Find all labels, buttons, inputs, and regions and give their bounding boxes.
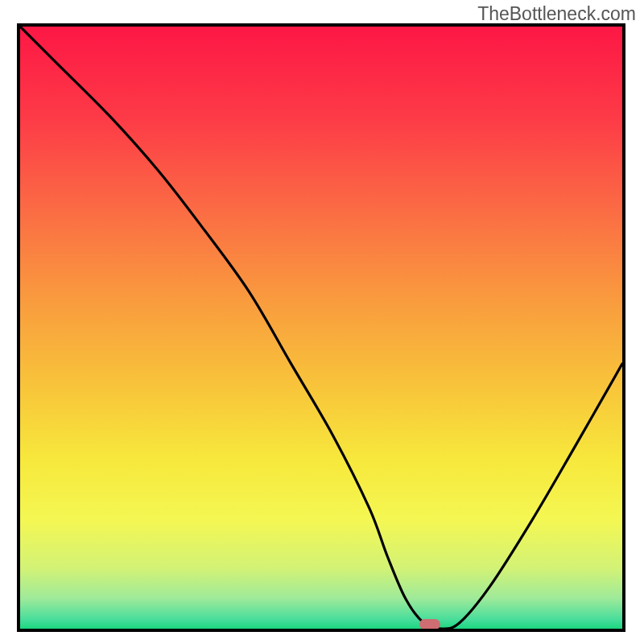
chart-frame xyxy=(17,23,625,632)
marker-dot xyxy=(419,619,440,630)
watermark-text: TheBottleneck.com xyxy=(477,3,636,25)
chart-container: TheBottleneck.com xyxy=(0,0,644,644)
curve-line xyxy=(20,27,622,629)
